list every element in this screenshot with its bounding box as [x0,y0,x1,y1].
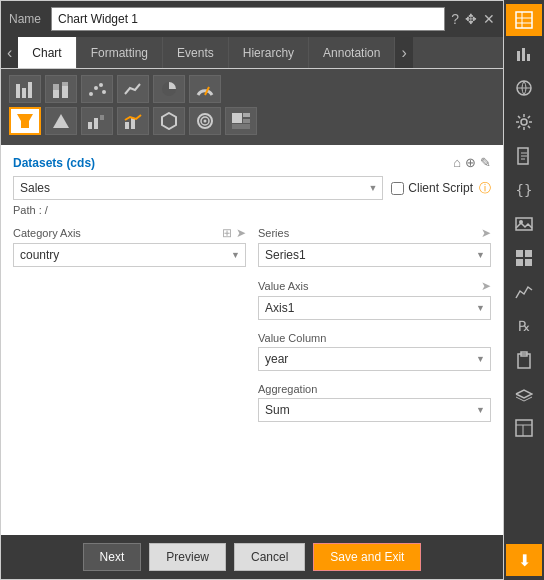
svg-marker-20 [162,113,176,129]
chart-icon-row-2 [9,107,495,135]
sidebar-icon-brackets[interactable]: {} [506,174,542,206]
series-select[interactable]: Series1 Series2 [258,243,491,267]
save-exit-button[interactable]: Save and Exit [313,543,421,571]
tab-formatting[interactable]: Formatting [77,37,163,68]
category-axis-select-wrapper: country region city [13,243,246,267]
series-select-wrapper: Series1 Series2 [258,243,491,267]
svg-rect-27 [232,124,250,129]
sidebar-icon-layers[interactable] [506,378,542,410]
category-axis-group: Category Axis ⊞ ➤ country region city [13,226,246,267]
tab-annotation[interactable]: Annotation [309,37,395,68]
move-icon[interactable]: ✥ [465,11,477,27]
chart-type-waterfall[interactable] [81,107,113,135]
svg-rect-15 [88,122,92,129]
svg-rect-19 [131,118,135,129]
sidebar-icon-analytics[interactable] [506,276,542,308]
col-left: Category Axis ⊞ ➤ country region city [13,226,246,434]
tab-next-btn[interactable]: › [395,37,412,68]
category-axis-nav-icon[interactable]: ➤ [236,226,246,240]
svg-rect-0 [16,84,20,98]
chart-icons-area [1,69,503,145]
sidebar-icon-table2[interactable] [506,412,542,444]
tab-hierarchy[interactable]: Hierarchy [229,37,309,68]
chart-type-line[interactable] [117,75,149,103]
chart-type-stacked-bar[interactable] [45,75,77,103]
chart-type-funnel[interactable] [9,107,41,135]
tab-events[interactable]: Events [163,37,229,68]
sidebar-icon-chart[interactable] [506,38,542,70]
svg-marker-14 [53,114,69,128]
datasets-home-icon[interactable]: ⌂ [453,155,461,170]
tab-chart[interactable]: Chart [18,37,76,68]
series-nav-icon[interactable]: ➤ [481,226,491,240]
sidebar-icon-grid[interactable] [506,242,542,274]
client-script-row: Client Script ⓘ [391,180,491,197]
svg-rect-24 [232,113,242,123]
svg-rect-17 [100,115,104,120]
svg-rect-4 [53,84,59,90]
svg-rect-32 [517,51,520,61]
header: Name ? ✥ ✕ [1,1,503,37]
svg-point-9 [99,83,103,87]
chart-type-combo[interactable] [117,107,149,135]
svg-rect-46 [516,259,523,266]
right-sidebar: {} ℞ ⬇ [504,0,544,580]
help-icon[interactable]: ? [451,11,459,27]
category-axis-label: Category Axis ⊞ ➤ [13,226,246,240]
dataset-select-wrapper: Sales Orders Revenue [13,176,383,200]
value-axis-select-wrapper: Axis1 Axis2 [258,296,491,320]
chart-type-pyramid[interactable] [45,107,77,135]
next-button[interactable]: Next [83,543,142,571]
cancel-button[interactable]: Cancel [234,543,305,571]
client-script-label[interactable]: Client Script [391,181,473,195]
chart-type-bar[interactable] [9,75,41,103]
svg-rect-26 [243,119,250,123]
sidebar-icon-image[interactable] [506,208,542,240]
value-axis-nav-icon[interactable]: ➤ [481,279,491,293]
sidebar-icon-doc[interactable] [506,140,542,172]
preview-button[interactable]: Preview [149,543,226,571]
chart-type-hexagon[interactable] [153,107,185,135]
value-column-group: Value Column year month quarter [258,332,491,371]
category-axis-grid-icon[interactable]: ⊞ [222,226,232,240]
dataset-select-row: Sales Orders Revenue Client Script ⓘ [13,176,491,200]
svg-rect-6 [62,82,68,86]
value-axis-label: Value Axis ➤ [258,279,491,293]
datasets-add-icon[interactable]: ⊕ [465,155,476,170]
chart-type-scatter[interactable] [81,75,113,103]
aggregation-select[interactable]: Sum Count Average Min Max [258,398,491,422]
footer: Next Preview Cancel Save and Exit [1,535,503,579]
sidebar-icon-rx[interactable]: ℞ [506,310,542,342]
chart-icon-row-1 [9,75,495,103]
sidebar-icon-map[interactable] [506,72,542,104]
client-script-info-icon: ⓘ [479,180,491,197]
client-script-checkbox[interactable] [391,182,404,195]
tab-prev-btn[interactable]: ‹ [1,37,18,68]
chart-type-radial[interactable] [189,107,221,135]
category-axis-select[interactable]: country region city [13,243,246,267]
close-icon[interactable]: ✕ [483,11,495,27]
chart-type-treemap[interactable] [225,107,257,135]
svg-point-23 [204,120,207,123]
datasets-edit-icon[interactable]: ✎ [480,155,491,170]
svg-rect-5 [62,86,68,98]
col-right: Series ➤ Series1 Series2 Value Axis ➤ [258,226,491,434]
value-axis-group: Value Axis ➤ Axis1 Axis2 [258,279,491,320]
sidebar-download-icon[interactable]: ⬇ [506,544,542,576]
svg-rect-28 [516,12,532,28]
chart-type-gauge[interactable] [189,75,221,103]
svg-rect-47 [525,259,532,266]
two-col-layout: Category Axis ⊞ ➤ country region city [13,226,491,434]
widget-title-input[interactable] [51,7,445,31]
value-axis-select[interactable]: Axis1 Axis2 [258,296,491,320]
content-area: Datasets (cds) ⌂ ⊕ ✎ Sales Orders Revenu… [1,145,503,535]
aggregation-label: Aggregation [258,383,491,395]
dataset-select[interactable]: Sales Orders Revenue [13,176,383,200]
sidebar-icon-clipboard[interactable] [506,344,542,376]
value-column-select[interactable]: year month quarter [258,347,491,371]
sidebar-icon-settings[interactable] [506,106,542,138]
sidebar-icon-table[interactable] [506,4,542,36]
aggregation-group: Aggregation Sum Count Average Min Max [258,383,491,422]
chart-type-pie[interactable] [153,75,185,103]
series-label: Series ➤ [258,226,491,240]
